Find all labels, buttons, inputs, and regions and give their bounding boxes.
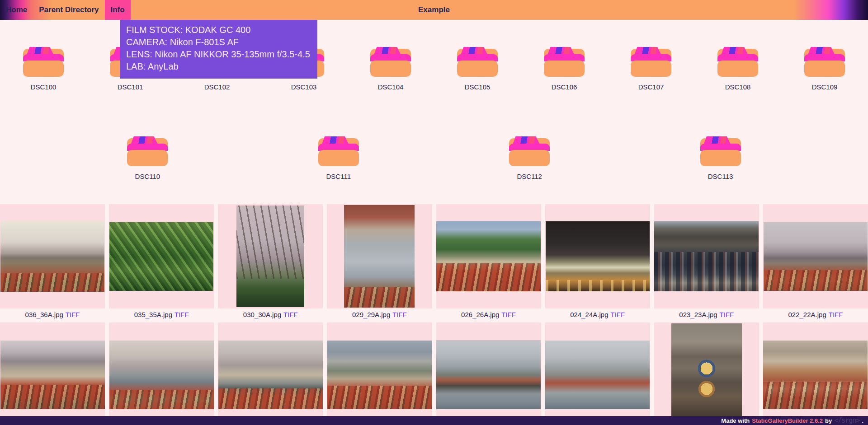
thumbnail-frame	[654, 322, 759, 425]
photo-thumbnail[interactable]	[0, 341, 105, 409]
folder-icon	[804, 47, 845, 77]
footer-made-with: Made with	[721, 417, 750, 424]
tiff-link[interactable]: TIFF	[501, 311, 516, 318]
gallery-cell	[654, 322, 759, 425]
nav-item[interactable]: Home	[0, 0, 33, 20]
filename-link[interactable]: 023_23A.jpg	[679, 311, 717, 318]
footer-builder-link[interactable]: StaticGalleryBuilder 2.6.2	[752, 417, 823, 424]
thumbnail-frame	[545, 322, 650, 425]
thumbnail-frame	[763, 322, 868, 425]
tiff-link[interactable]: TIFF	[829, 311, 843, 318]
tiff-link[interactable]: TIFF	[720, 311, 734, 318]
tiff-link[interactable]: TIFF	[283, 311, 298, 318]
folder-item[interactable]: DSC100	[0, 47, 87, 91]
gallery-cell: 030_30A.jpg TIFF	[218, 204, 323, 322]
filename-link[interactable]: 035_35A.jpg	[134, 311, 172, 318]
tiff-link[interactable]: TIFF	[66, 311, 80, 318]
footer-by: by	[825, 417, 832, 424]
folder-icon-body	[717, 61, 758, 77]
folder-label: DSC103	[291, 83, 317, 91]
photo-thumbnail[interactable]	[436, 340, 541, 409]
filename-link[interactable]: 026_26A.jpg	[461, 311, 499, 318]
folder-label: DSC109	[812, 83, 838, 91]
photo-thumbnail[interactable]	[764, 222, 868, 291]
folder-label: DSC107	[638, 83, 664, 91]
folder-icon-body	[127, 150, 168, 166]
photo-thumbnail[interactable]	[109, 341, 214, 409]
nav-item[interactable]: Info	[105, 0, 131, 20]
tiff-link[interactable]: TIFF	[610, 311, 625, 318]
info-tooltip: FILM STOCK: KODAK GC 400 CAMERA: Nikon F…	[120, 20, 317, 79]
folder-icon	[318, 136, 359, 166]
filename-link[interactable]: 022_22A.jpg	[788, 311, 826, 318]
gallery-cell: 036_36A.jpg TIFF	[0, 204, 105, 322]
photo-thumbnail[interactable]	[344, 205, 415, 308]
thumbnail-frame	[218, 322, 323, 425]
tiff-link[interactable]: TIFF	[175, 311, 189, 318]
filename-link[interactable]: 036_36A.jpg	[25, 311, 63, 318]
folder-icon-body	[804, 61, 845, 77]
photo-thumbnail[interactable]	[218, 341, 323, 409]
footer-period: .	[862, 417, 863, 424]
folder-label: DSC111	[326, 173, 351, 181]
photo-thumbnail[interactable]	[0, 221, 104, 292]
photo-thumbnail[interactable]	[236, 205, 304, 307]
folder-item[interactable]: DSC112	[486, 136, 573, 181]
thumbnail-caption: 030_30A.jpg TIFF	[218, 308, 323, 322]
thumbnail-frame	[0, 322, 105, 425]
filename-link[interactable]: 029_29A.jpg	[352, 311, 390, 318]
folder-item[interactable]: DSC109	[781, 47, 868, 91]
thumbnail-frame	[327, 204, 432, 308]
folder-item[interactable]: DSC113	[677, 136, 764, 181]
photo-thumbnail[interactable]	[109, 222, 213, 291]
folder-item[interactable]: DSC111	[295, 136, 382, 181]
photo-thumbnail[interactable]	[546, 221, 650, 291]
thumbnail-caption: 022_22A.jpg TIFF	[763, 308, 868, 322]
folder-icon	[509, 136, 550, 166]
folder-item[interactable]: DSC108	[694, 47, 781, 91]
nav-bar: Home Parent Directory Info Example	[0, 0, 868, 20]
nav-item[interactable]: Parent Directory	[33, 0, 104, 20]
thumbnail-frame	[436, 322, 541, 425]
gallery-cell	[0, 322, 105, 425]
filename-link[interactable]: 024_24A.jpg	[570, 311, 608, 318]
folder-item[interactable]: DSC105	[434, 47, 521, 91]
photo-thumbnail[interactable]	[654, 221, 759, 291]
tooltip-line-lab: LAB: AnyLab	[126, 61, 310, 73]
photo-thumbnail[interactable]	[763, 341, 868, 409]
folder-item[interactable]: DSC110	[104, 136, 191, 181]
thumbnail-frame	[0, 204, 105, 308]
footer-srgn-logo[interactable]: </srgn>	[834, 416, 859, 425]
nav-items: Home Parent Directory Info	[0, 0, 131, 20]
nav-item-label: Parent Directory	[39, 5, 99, 14]
filename-link[interactable]: 030_30A.jpg	[243, 311, 281, 318]
folder-icon	[544, 47, 585, 77]
image-grid: 036_36A.jpg TIFF 035_35A.jpg TIFF 030_30…	[0, 204, 868, 425]
thumbnail-frame	[436, 204, 541, 308]
folder-item[interactable]: DSC106	[521, 47, 608, 91]
gallery-cell	[545, 322, 650, 425]
folder-label: DSC108	[725, 83, 751, 91]
thumbnail-frame	[327, 322, 432, 425]
folder-label: DSC105	[465, 83, 491, 91]
thumbnail-caption: 026_26A.jpg TIFF	[436, 308, 541, 322]
photo-thumbnail[interactable]	[545, 341, 650, 409]
photo-thumbnail[interactable]	[436, 221, 541, 291]
folder-item[interactable]: DSC107	[608, 47, 694, 91]
folder-icon-body	[544, 61, 585, 77]
folder-icon-body	[631, 61, 671, 77]
folder-icon	[700, 136, 741, 166]
folder-label: DSC102	[204, 83, 230, 91]
gallery-cell: 035_35A.jpg TIFF	[109, 204, 214, 322]
nav-item-label: Info	[111, 5, 125, 14]
folder-label: DSC112	[517, 173, 542, 181]
folder-icon-body	[509, 150, 550, 166]
folder-icon	[717, 47, 758, 77]
photo-thumbnail[interactable]	[327, 341, 432, 409]
folder-item[interactable]: DSC104	[347, 47, 434, 91]
thumbnail-frame	[545, 204, 650, 308]
gallery-cell	[218, 322, 323, 425]
tiff-link[interactable]: TIFF	[392, 311, 407, 318]
thumbnail-caption: 024_24A.jpg TIFF	[545, 308, 650, 322]
photo-thumbnail[interactable]	[671, 323, 742, 425]
